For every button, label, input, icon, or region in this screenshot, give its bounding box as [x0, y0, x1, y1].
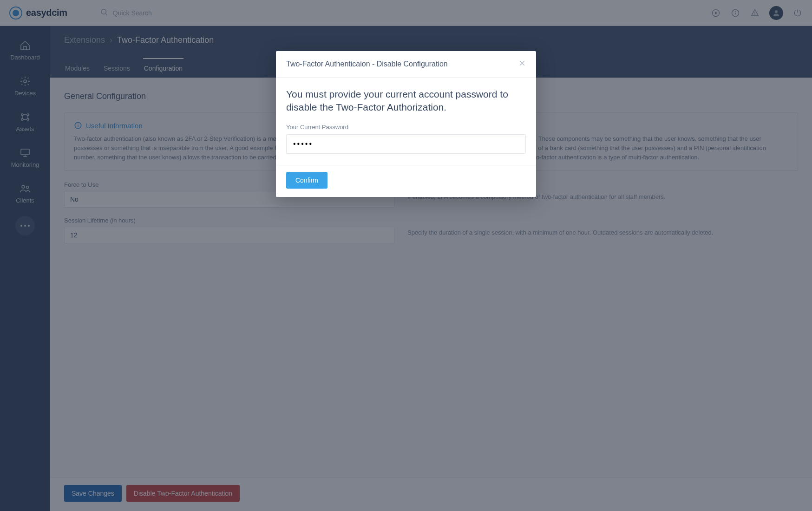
modal-message: You must provide your current account pa… — [286, 88, 526, 114]
close-icon[interactable] — [518, 59, 526, 69]
modal-body: You must provide your current account pa… — [276, 78, 536, 165]
current-password-input[interactable] — [286, 134, 526, 154]
confirm-button[interactable]: Confirm — [286, 172, 327, 189]
disable-2fa-modal: Two-Factor Authenticaion - Disable Confi… — [276, 51, 536, 197]
password-label: Your Current Password — [286, 124, 526, 131]
modal-overlay[interactable]: Two-Factor Authenticaion - Disable Confi… — [0, 0, 812, 511]
modal-header: Two-Factor Authenticaion - Disable Confi… — [276, 51, 536, 78]
modal-footer: Confirm — [276, 165, 536, 197]
modal-title: Two-Factor Authenticaion - Disable Confi… — [286, 60, 448, 68]
